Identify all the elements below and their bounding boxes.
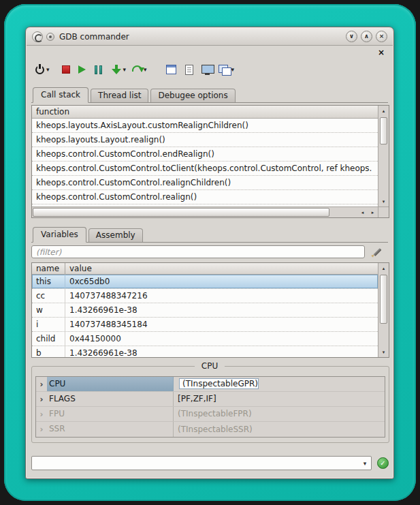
step-over-dropdown-icon[interactable]: ▾ bbox=[144, 66, 147, 73]
step-into-button[interactable] bbox=[111, 62, 122, 77]
step-over-icon bbox=[132, 65, 142, 72]
close-button[interactable]: × bbox=[376, 31, 387, 42]
cpu-row-value: (TInspectableSSR) bbox=[174, 423, 385, 437]
cpu-row-selected[interactable]: › CPU (TInspectableGPR) bbox=[36, 377, 385, 392]
variable-name: i bbox=[32, 318, 65, 331]
dock-close-button[interactable]: × bbox=[377, 48, 385, 57]
form-icon bbox=[166, 65, 176, 74]
variables-vertical-scrollbar[interactable]: ▴ ▾ bbox=[378, 263, 389, 357]
cpu-row-value: [PF,ZF,IF] bbox=[174, 392, 385, 406]
combo-dropdown-icon[interactable]: ▾ bbox=[359, 457, 371, 470]
variable-row[interactable]: w 1.43266961e-38 bbox=[32, 303, 378, 318]
variable-row-selected[interactable]: this 0xc65db0 bbox=[32, 275, 378, 289]
pause-button[interactable] bbox=[93, 62, 104, 77]
cpu-row-value: (TInspectableGPR) bbox=[174, 377, 385, 391]
variable-name: b bbox=[32, 346, 65, 357]
callstack-row[interactable]: kheops.layouts.Layout.realign() bbox=[32, 133, 378, 147]
variable-value: 0x44150000 bbox=[65, 332, 378, 346]
tab-variables[interactable]: Variables bbox=[33, 227, 86, 243]
callstack-row[interactable]: kheops.control.CustomControl.endRealign(… bbox=[32, 147, 378, 162]
cpu-row-name: CPU bbox=[47, 377, 174, 391]
windows-dropdown-icon[interactable]: ▾ bbox=[231, 66, 235, 73]
column-header-value[interactable]: value bbox=[65, 263, 378, 274]
power-dropdown-icon[interactable]: ▾ bbox=[46, 66, 50, 73]
callstack-panel: function kheops.layouts.AxisLayout.custo… bbox=[31, 105, 389, 218]
tab-assembly[interactable]: Assembly bbox=[88, 228, 143, 242]
callstack-column-header[interactable]: function bbox=[32, 106, 378, 119]
variable-name: cc bbox=[32, 289, 65, 303]
scroll-down-icon[interactable]: ▾ bbox=[378, 347, 389, 357]
app-icon bbox=[32, 31, 43, 42]
window-title: GDB commander bbox=[59, 32, 129, 42]
variables-panel: name value this 0xc65db0 cc 140737488347… bbox=[31, 262, 389, 358]
titlebar[interactable]: GDB commander ∨ ∧ × bbox=[27, 28, 393, 46]
cpu-inspector-grid: › CPU (TInspectableGPR) › FLAGS [PF,ZF,I… bbox=[35, 376, 385, 438]
scrollbar-thumb[interactable] bbox=[380, 117, 387, 144]
callstack-horizontal-scrollbar[interactable]: ◂ ▸ bbox=[32, 206, 378, 217]
inspector-tab-bar: Variables Assembly bbox=[31, 226, 388, 243]
app-badge-icon bbox=[46, 33, 54, 41]
maximize-button[interactable]: ∧ bbox=[361, 31, 372, 42]
column-header-name[interactable]: name bbox=[32, 263, 65, 274]
expander-icon[interactable]: › bbox=[36, 393, 47, 406]
command-combobox[interactable]: ▾ bbox=[31, 456, 372, 470]
scroll-down-icon[interactable]: ▾ bbox=[378, 196, 389, 206]
cpu-row-name: FLAGS bbox=[47, 392, 174, 406]
expander-icon[interactable]: › bbox=[36, 378, 47, 391]
variable-row[interactable]: child 0x44150000 bbox=[32, 332, 378, 346]
variable-value: 0xc65db0 bbox=[65, 275, 378, 288]
expander-icon[interactable]: › bbox=[36, 423, 47, 436]
page-tab-bar: Call stack Thread list Debugee options bbox=[31, 86, 388, 103]
expander-icon[interactable]: › bbox=[36, 408, 47, 421]
scroll-left-icon[interactable]: ◂ bbox=[357, 207, 368, 217]
callstack-vertical-scrollbar[interactable]: ▴ ▾ bbox=[378, 106, 389, 206]
variable-value: 1.43266961e-38 bbox=[65, 303, 378, 317]
stop-button[interactable] bbox=[61, 62, 71, 77]
cpu-row[interactable]: › FLAGS [PF,ZF,IF] bbox=[36, 392, 385, 407]
callstack-row[interactable]: kheops.control.CustomControl.realign() bbox=[32, 190, 378, 204]
cpu-row-name: FPU bbox=[47, 407, 174, 421]
variable-value: 1.43266961e-38 bbox=[65, 346, 378, 357]
variable-row[interactable]: i 140737488345184 bbox=[32, 318, 378, 332]
cpu-value-editor[interactable]: (TInspectableGPR) bbox=[179, 378, 259, 389]
windows-button[interactable] bbox=[219, 62, 230, 77]
tab-thread-list[interactable]: Thread list bbox=[91, 89, 148, 102]
tab-call-stack[interactable]: Call stack bbox=[33, 87, 88, 103]
variable-row[interactable]: b 1.43266961e-38 bbox=[32, 346, 378, 357]
variables-filter-input[interactable] bbox=[31, 245, 365, 258]
cpu-row-disabled[interactable]: › FPU (TInspectableFPR) bbox=[36, 407, 385, 422]
scrollbar-thumb[interactable] bbox=[33, 208, 329, 217]
source-list-button[interactable] bbox=[184, 62, 195, 77]
variable-name: this bbox=[32, 275, 65, 288]
tab-debugee-options[interactable]: Debugee options bbox=[150, 89, 235, 102]
cpu-groupbox-caption: CPU bbox=[26, 361, 393, 371]
stop-icon bbox=[62, 65, 70, 74]
power-icon bbox=[35, 65, 45, 75]
cpu-groupbox-title: CPU bbox=[195, 361, 225, 371]
run-button[interactable] bbox=[77, 62, 88, 77]
monitor-icon bbox=[201, 65, 213, 75]
variables-header-row: name value bbox=[32, 263, 378, 275]
variable-row[interactable]: cc 140737488347216 bbox=[32, 289, 378, 303]
variable-value: 140737488345184 bbox=[65, 318, 378, 331]
scroll-right-icon[interactable]: ▸ bbox=[368, 207, 378, 217]
command-input[interactable] bbox=[32, 457, 359, 470]
scroll-up-icon[interactable]: ▴ bbox=[378, 106, 389, 116]
callstack-row[interactable]: kheops.control.CustomControl.realignChil… bbox=[32, 176, 378, 190]
shade-button[interactable]: ∨ bbox=[346, 31, 357, 42]
scroll-up-icon[interactable]: ▴ bbox=[378, 263, 389, 273]
step-into-dropdown-icon[interactable]: ▾ bbox=[123, 66, 127, 73]
target-monitor-button[interactable] bbox=[201, 62, 213, 77]
gdb-commander-window: GDB commander ∨ ∧ × × ▾ ▾ ▾ ▾ Cal bbox=[25, 27, 394, 479]
watch-window-button[interactable] bbox=[166, 62, 177, 77]
scrollbar-thumb[interactable] bbox=[380, 275, 387, 324]
power-button[interactable] bbox=[34, 62, 45, 77]
confirm-button[interactable]: ✓ bbox=[377, 457, 389, 469]
edit-pen-icon[interactable] bbox=[372, 247, 384, 258]
document-icon bbox=[185, 65, 193, 75]
callstack-row[interactable]: kheops.layouts.AxisLayout.customRealignC… bbox=[32, 119, 378, 133]
cpu-row-value: (TInspectableFPR) bbox=[174, 407, 385, 421]
cpu-row-disabled[interactable]: › SSR (TInspectableSSR) bbox=[36, 422, 385, 437]
step-over-button[interactable] bbox=[131, 62, 142, 77]
callstack-row[interactable]: kheops.control.CustomControl.toClient(kh… bbox=[32, 162, 378, 176]
